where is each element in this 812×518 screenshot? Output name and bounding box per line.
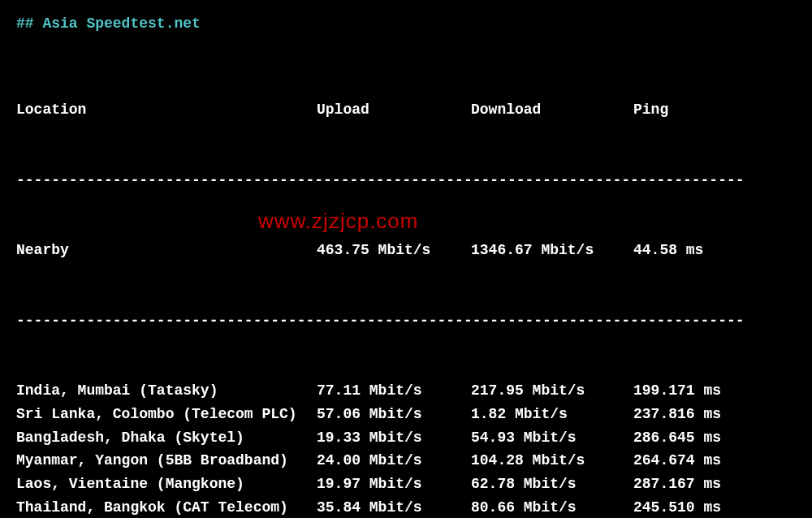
table-row: Sri Lanka, Colombo (Telecom PLC)57.06 Mb… [16,403,796,426]
cell-upload: 19.97 Mbit/s [317,473,471,496]
cell-upload: 35.84 Mbit/s [317,496,471,518]
header-download: Download [471,98,633,122]
table-row: Laos, Vientaine (Mangkone)19.97 Mbit/s62… [16,473,796,496]
cell-location: India, Mumbai (Tatasky) [16,379,317,403]
cell-ping: 287.167 ms [633,473,780,496]
cell-ping: 237.816 ms [633,403,780,426]
header-upload: Upload [317,98,471,122]
nearby-upload: 463.75 Mbit/s [317,239,471,262]
cell-location: Laos, Vientaine (Mangkone) [16,473,317,496]
nearby-location: Nearby [16,239,317,262]
cell-location: Sri Lanka, Colombo (Telecom PLC) [16,403,317,426]
cell-ping: 245.510 ms [633,496,780,518]
table-header: Location Upload Download Ping [16,98,796,122]
cell-location: Thailand, Bangkok (CAT Telecom) [16,496,317,518]
cell-download: 217.95 Mbit/s [471,379,633,403]
nearby-ping: 44.58 ms [633,239,780,262]
cell-download: 1.82 Mbit/s [471,403,633,426]
cell-ping: 264.674 ms [633,449,780,473]
nearby-download: 1346.67 Mbit/s [471,239,633,262]
cell-ping: 286.645 ms [633,426,780,450]
separator: ----------------------------------------… [16,309,796,333]
table-row: India, Mumbai (Tatasky)77.11 Mbit/s217.9… [16,379,796,403]
cell-location: Myanmar, Yangon (5BB Broadband) [16,449,317,473]
page-title: ## Asia Speedtest.net [16,12,796,36]
cell-ping: 199.171 ms [633,379,780,403]
cell-download: 54.93 Mbit/s [471,426,633,450]
cell-upload: 19.33 Mbit/s [317,426,471,450]
header-ping: Ping [633,98,780,122]
table-row: Myanmar, Yangon (5BB Broadband)24.00 Mbi… [16,449,796,473]
nearby-row: Nearby 463.75 Mbit/s 1346.67 Mbit/s 44.5… [16,239,796,262]
table-row: Bangladesh, Dhaka (Skytel)19.33 Mbit/s54… [16,426,796,450]
separator: ----------------------------------------… [16,169,796,192]
header-location: Location [16,98,317,122]
cell-upload: 57.06 Mbit/s [317,403,471,426]
cell-download: 104.28 Mbit/s [471,449,633,473]
cell-download: 80.66 Mbit/s [471,496,633,518]
cell-upload: 24.00 Mbit/s [317,449,471,473]
speedtest-table: Location Upload Download Ping ----------… [16,52,796,518]
table-row: Thailand, Bangkok (CAT Telecom)35.84 Mbi… [16,496,796,518]
cell-upload: 77.11 Mbit/s [317,379,471,403]
cell-location: Bangladesh, Dhaka (Skytel) [16,426,317,450]
cell-download: 62.78 Mbit/s [471,473,633,496]
